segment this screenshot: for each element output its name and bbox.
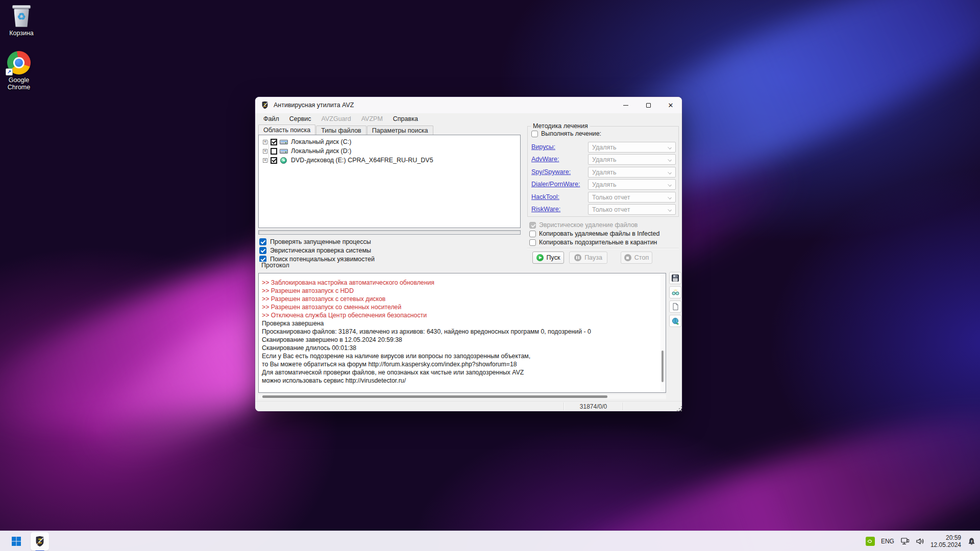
log-vertical-scrollbar[interactable] xyxy=(660,274,665,392)
scrollbar-thumb[interactable] xyxy=(262,395,607,398)
advware-link[interactable]: AdvWare: xyxy=(531,156,559,163)
tab-search-params[interactable]: Параметры поиска xyxy=(367,126,433,135)
maximize-icon xyxy=(646,103,651,108)
resize-grip[interactable] xyxy=(679,408,680,409)
scan-counter: 31874/0/0 xyxy=(564,402,623,411)
statusbar-divider xyxy=(623,403,623,410)
play-icon xyxy=(536,254,544,261)
viruses-link[interactable]: Вирусы: xyxy=(531,143,555,151)
stop-button-label: Стоп xyxy=(634,254,649,261)
view-log-button[interactable] xyxy=(669,286,681,298)
scrollbar-thumb[interactable] xyxy=(662,350,664,382)
chevron-down-icon xyxy=(668,170,672,174)
maximize-button[interactable] xyxy=(637,97,659,113)
log-line-alert: >> Разрешен автозапуск со сменных носите… xyxy=(262,303,658,311)
chevron-down-icon xyxy=(668,145,672,149)
option-heuristic-check[interactable]: Эвристическая проверка системы xyxy=(259,246,371,255)
log-horizontal-scrollbar[interactable] xyxy=(258,394,666,399)
hacktool-combo: Только отчет xyxy=(588,192,676,203)
log-line-alert: >> Разрешен автозапуск с сетевых дисков xyxy=(262,295,658,303)
tree-row-drive-c[interactable]: + Локальный диск (C:) xyxy=(263,137,351,146)
search-area-panel: Область поиска Типы файлов Параметры пои… xyxy=(258,124,521,135)
close-button[interactable]: ✕ xyxy=(659,97,682,113)
separator xyxy=(527,248,679,248)
tab-file-types[interactable]: Типы файлов xyxy=(316,126,366,135)
avz-app-icon: Z xyxy=(34,536,45,547)
riskware-link[interactable]: RiskWare: xyxy=(531,206,560,213)
checkbox-checked-icon[interactable] xyxy=(259,238,266,245)
chevron-down-icon xyxy=(668,208,672,212)
tree-row-label: Локальный диск (C:) xyxy=(291,138,351,145)
option-label: Копировать подозрительные в карантин xyxy=(539,239,657,246)
perform-treatment-option[interactable]: Выполнять лечение: xyxy=(531,130,601,138)
option-check-processes[interactable]: Проверять запущенные процессы xyxy=(259,238,371,246)
hacktool-link[interactable]: HackTool: xyxy=(531,193,559,201)
save-log-button[interactable] xyxy=(669,272,681,284)
taskbar-avz-button[interactable]: Z xyxy=(31,532,49,550)
dialer-link[interactable]: Dialer/PornWare: xyxy=(531,181,580,188)
desktop-wallpaper: ♻ Корзина ↗ Google Chrome Z Антивирусная… xyxy=(0,0,980,551)
tab-strip: Область поиска Типы файлов Параметры пои… xyxy=(258,124,521,135)
drive-tree[interactable]: + Локальный диск (C:) + Локальный диск (… xyxy=(258,135,521,228)
chevron-down-icon xyxy=(668,183,672,187)
log-line: то Вы можете обратиться на форум http://… xyxy=(262,360,658,368)
tab-search-area[interactable]: Область поиска xyxy=(258,124,315,135)
menu-avzguard: AVZGuard xyxy=(316,114,356,124)
clear-log-button[interactable] xyxy=(669,300,681,313)
option-label: Эвристическое удаление файлов xyxy=(539,221,638,229)
stop-icon xyxy=(624,254,631,261)
heuristic-delete-option: Эвристическое удаление файлов xyxy=(529,221,638,229)
language-indicator[interactable]: ENG xyxy=(881,538,894,545)
option-label: Проверять запущенные процессы xyxy=(270,238,371,245)
checkbox-unchecked-icon[interactable] xyxy=(529,231,536,237)
glasses-icon xyxy=(671,288,679,296)
drive-d-checkbox[interactable] xyxy=(271,148,277,155)
dialer-combo: Удалять xyxy=(588,179,676,190)
log-line-alert: >> Разрешен автозапуск с HDD xyxy=(262,287,658,295)
log-line: Проверка завершена xyxy=(262,319,658,328)
menu-help[interactable]: Справка xyxy=(388,114,423,124)
pause-button-label: Пауза xyxy=(584,254,602,261)
taskbar-clock[interactable]: 20:59 12.05.2024 xyxy=(930,534,961,548)
expand-plus-icon[interactable]: + xyxy=(263,158,267,163)
drive-c-checkbox[interactable] xyxy=(271,139,277,145)
log-line: можно использовать сервис http://virusde… xyxy=(262,377,658,385)
network-tray-icon[interactable] xyxy=(900,537,910,545)
log-line: Сканирование завершено в 12.05.2024 20:5… xyxy=(262,336,658,344)
checkbox-checked-icon[interactable] xyxy=(259,247,266,254)
nvidia-tray-icon[interactable] xyxy=(866,537,875,546)
checkbox-unchecked-icon[interactable] xyxy=(531,131,538,137)
start-menu-button[interactable] xyxy=(7,532,26,550)
expand-plus-icon[interactable]: + xyxy=(263,140,267,144)
chrome-icon: ↗ xyxy=(7,51,31,74)
protocol-group-title: Протокол xyxy=(259,262,291,269)
tree-row-drive-e[interactable]: + DVD-дисковод (E:) CPRA_X64FRE_RU-RU_DV… xyxy=(263,156,433,165)
menu-file[interactable]: Файл xyxy=(258,114,284,124)
riskware-combo: Только отчет xyxy=(588,204,676,215)
expand-plus-icon[interactable]: + xyxy=(263,149,267,154)
spyware-link[interactable]: Spy/Spyware: xyxy=(531,168,571,176)
menu-service[interactable]: Сервис xyxy=(284,114,316,124)
notification-bell-icon[interactable]: z xyxy=(967,537,976,546)
desktop-icon-google-chrome[interactable]: ↗ Google Chrome xyxy=(0,51,40,91)
desktop-icon-label: Google Chrome xyxy=(3,77,35,91)
copy-deleted-option[interactable]: Копировать удаляемые файлы в Infected xyxy=(529,230,659,238)
start-button[interactable]: Пуск xyxy=(532,252,564,264)
log-line-alert: >> Отключена служба Центр обеспечения бе… xyxy=(262,311,658,319)
hdd-icon xyxy=(280,139,288,145)
option-label: Копировать удаляемые файлы в Infected xyxy=(539,230,659,237)
drive-e-checkbox[interactable] xyxy=(271,157,277,164)
volume-tray-icon[interactable] xyxy=(916,537,924,545)
tree-row-drive-d[interactable]: + Локальный диск (D:) xyxy=(263,146,351,156)
web-service-button[interactable] xyxy=(669,315,681,327)
status-bar: 31874/0/0 xyxy=(255,401,682,411)
checkbox-unchecked-icon[interactable] xyxy=(529,239,536,246)
clock-time: 20:59 xyxy=(930,534,961,541)
window-titlebar[interactable]: Z Антивирусная утилита AVZ ✕ xyxy=(255,97,682,113)
log-line: Для автоматической проверки файлов, не о… xyxy=(262,368,658,377)
copy-suspicious-option[interactable]: Копировать подозрительные в карантин xyxy=(529,238,657,246)
desktop-icon-recycle-bin[interactable]: ♻ Корзина xyxy=(0,4,43,37)
combo-value: Удалять xyxy=(592,144,617,151)
minimize-button[interactable] xyxy=(615,97,637,113)
menu-bar: Файл Сервис AVZGuard AVZPM Справка xyxy=(258,113,423,124)
